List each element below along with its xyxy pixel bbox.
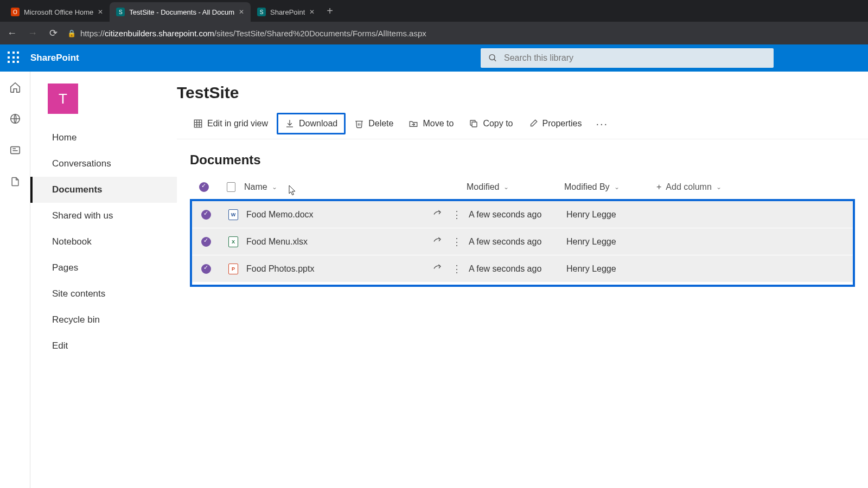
browser-tab-strip: O Microsoft Office Home ✕ S TestSite - D… [0,0,868,22]
modified-cell: A few seconds ago [469,264,566,274]
add-column-button[interactable]: + Add column ⌄ [656,182,743,192]
command-bar: Edit in grid view Download Delete Move t… [177,108,868,139]
more-commands-button[interactable]: ··· [590,115,614,132]
library-title: Documents [177,139,868,175]
table-row[interactable]: X Food Menu.xlsx ⋮ A few seconds ago Hen… [192,228,853,255]
delete-button[interactable]: Delete [348,114,400,133]
chevron-down-icon: ⌄ [272,183,277,191]
share-icon[interactable] [432,209,442,221]
share-icon[interactable] [432,263,442,275]
nav-item[interactable]: Conversations [30,151,177,177]
cmd-label: Move to [423,119,454,129]
modified-by-cell[interactable]: Henry Legge [566,210,659,220]
file-type-column-icon[interactable] [227,182,235,192]
word-file-icon: W [228,209,238,220]
cmd-label: Download [299,119,337,129]
tab-title: SharePoint [270,8,305,16]
nav-item[interactable]: Notebook [30,229,177,255]
chevron-down-icon: ⌄ [716,183,722,191]
nav-item[interactable]: Pages [30,255,177,281]
close-icon[interactable]: ✕ [239,8,244,16]
nav-item[interactable]: Home [30,125,177,151]
row-more-button[interactable]: ⋮ [452,263,462,275]
home-icon[interactable] [9,81,21,95]
svg-rect-14 [472,122,477,127]
news-icon[interactable] [9,144,21,158]
close-icon[interactable]: ✕ [98,8,103,16]
left-rail [0,72,30,488]
modified-cell: A few seconds ago [469,210,566,220]
tab-favicon: S [257,8,266,16]
row-more-button[interactable]: ⋮ [452,209,462,221]
site-title[interactable]: TestSite [177,84,239,102]
file-icon[interactable] [10,176,21,190]
name-column-header[interactable]: Name ⌄ [244,182,423,192]
search-input[interactable] [504,53,766,63]
modified-by-cell[interactable]: Henry Legge [566,237,659,247]
site-nav: HomeConversationsDocumentsShared with us… [30,120,177,359]
browser-tab[interactable]: S SharePoint ✕ [251,2,321,22]
ppt-file-icon: P [228,264,238,274]
move-to-button[interactable]: Move to [402,114,460,133]
file-name[interactable]: Food Memo.docx [246,210,425,220]
nav-item[interactable]: Recycle bin [30,307,177,333]
table-header: Name ⌄ Modified ⌄ Modified By ⌄ + Add c [190,175,855,199]
modified-by-column-header[interactable]: Modified By ⌄ [564,182,656,192]
tab-favicon: S [116,8,125,16]
properties-button[interactable]: Properties [522,114,589,133]
modified-cell: A few seconds ago [469,237,566,247]
site-logo[interactable]: T [48,84,78,114]
chevron-down-icon: ⌄ [614,183,620,191]
edit-grid-button[interactable]: Edit in grid view [187,114,275,133]
nav-item[interactable]: Documents [30,177,177,203]
app-name[interactable]: SharePoint [30,53,79,63]
select-all-checkbox[interactable] [199,182,209,192]
browser-tab[interactable]: S TestSite - Documents - All Docum ✕ [110,2,251,22]
row-more-button[interactable]: ⋮ [452,236,462,248]
new-tab-button[interactable]: + [321,5,339,17]
modified-by-cell[interactable]: Henry Legge [566,264,659,274]
download-button[interactable]: Download [277,113,346,134]
copy-to-button[interactable]: Copy to [462,114,519,133]
nav-item[interactable]: Site contents [30,281,177,307]
suite-header: SharePoint [0,44,868,72]
row-select-checkbox[interactable] [201,237,211,247]
cmd-label: Edit in grid view [207,119,268,129]
globe-icon[interactable] [9,113,21,127]
url-text: https://citizenbuilders.sharepoint.com/s… [80,29,426,38]
nav-item[interactable]: Shared with us [30,203,177,229]
lock-icon: 🔒 [67,29,76,37]
forward-button[interactable]: → [26,28,39,39]
table-row[interactable]: P Food Photos.pptx ⋮ A few seconds ago H… [192,255,853,282]
tab-title: TestSite - Documents - All Docum [129,8,234,16]
svg-rect-6 [194,120,202,127]
close-icon[interactable]: ✕ [309,8,315,16]
plus-icon: + [656,182,661,192]
chevron-down-icon: ⌄ [503,183,509,191]
document-list: Name ⌄ Modified ⌄ Modified By ⌄ + Add c [177,175,868,287]
search-box[interactable] [481,48,774,68]
file-name[interactable]: Food Menu.xlsx [246,237,425,247]
modified-column-header[interactable]: Modified ⌄ [467,182,564,192]
selected-rows-highlight: W Food Memo.docx ⋮ A few seconds ago Hen… [190,199,855,287]
excel-file-icon: X [228,236,238,247]
row-select-checkbox[interactable] [201,210,211,220]
svg-line-1 [494,59,496,61]
svg-point-0 [489,55,495,60]
nav-item[interactable]: Edit [30,333,177,359]
tab-title: Microsoft Office Home [24,8,93,16]
reload-button[interactable]: ⟳ [47,27,60,39]
file-name[interactable]: Food Photos.pptx [246,264,425,274]
svg-rect-3 [10,147,20,154]
address-bar[interactable]: 🔒 https://citizenbuilders.sharepoint.com… [67,29,863,38]
row-select-checkbox[interactable] [201,264,211,274]
back-button[interactable]: ← [5,28,18,39]
share-icon[interactable] [432,236,442,248]
table-row[interactable]: W Food Memo.docx ⋮ A few seconds ago Hen… [192,201,853,228]
search-icon [488,53,497,63]
cmd-label: Copy to [483,119,513,129]
app-launcher-icon[interactable] [8,52,21,65]
browser-url-bar: ← → ⟳ 🔒 https://citizenbuilders.sharepoi… [0,22,868,44]
cmd-label: Properties [542,119,582,129]
browser-tab[interactable]: O Microsoft Office Home ✕ [4,2,110,22]
